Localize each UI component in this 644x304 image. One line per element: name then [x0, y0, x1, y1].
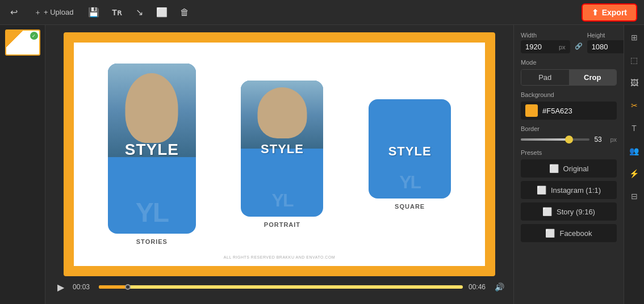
text-panel-icon[interactable]: T: [626, 120, 642, 136]
bg-label: Background: [521, 91, 617, 98]
right-panel-main: Width px 🔗 Height px Mode: [514, 25, 624, 304]
width-label: Width: [521, 32, 570, 39]
bg-row[interactable]: #F5A623: [521, 102, 617, 120]
thumbnail-1[interactable]: ✓: [5, 29, 40, 56]
play-button[interactable]: ▶: [55, 281, 67, 293]
slider-thumb[interactable]: [565, 136, 573, 143]
portrait-watermark: YL: [272, 190, 293, 211]
preset-original-button[interactable]: ⬜ Original: [521, 159, 617, 178]
portrait-caption: PORTRAIT: [264, 221, 300, 228]
right-panel-icons: ⊞ ⬚ 🖼 ✂ T 👥 ⚡ ⊟: [624, 25, 644, 304]
progress-fill: [99, 285, 128, 289]
width-input-wrap: px: [521, 40, 570, 53]
preset-facebook-button[interactable]: ⬜ Facebook: [521, 224, 617, 242]
border-slider-track[interactable]: [521, 138, 589, 141]
thumb-check: ✓: [30, 32, 38, 40]
crop-icon[interactable]: ⬜: [155, 6, 169, 19]
preset-instagram-button[interactable]: ⬜ Instagram (1:1): [521, 181, 617, 199]
square-watermark: YL: [399, 172, 420, 193]
link-icon[interactable]: 🔗: [575, 41, 583, 51]
portrait-card: STYLE YL: [241, 81, 323, 217]
stories-group: STYLE YL STORIES: [108, 64, 196, 245]
height-input[interactable]: [592, 43, 623, 51]
left-sidebar: ✓: [0, 25, 45, 304]
time-total: 00:46: [469, 283, 489, 291]
resize-icon[interactable]: ⬚: [626, 52, 642, 68]
layers-icon[interactable]: ⊟: [626, 188, 642, 204]
height-group: Height px: [587, 32, 624, 53]
preset-story-button[interactable]: ⬜ Story (9:16): [521, 202, 617, 221]
stories-caption: STORIES: [136, 238, 168, 245]
export-button[interactable]: ⬆ Export: [582, 3, 637, 22]
progress-track[interactable]: [99, 285, 463, 289]
presets-label: Presets: [521, 149, 617, 156]
copyright-text: ALL RIGHTS RESERVED BRAKKU AND ENVATO.CO…: [224, 255, 335, 259]
height-input-wrap: px: [587, 40, 624, 53]
slider-fill: [521, 138, 569, 141]
border-slider-row: 53 px: [521, 136, 617, 143]
border-value: 53: [594, 136, 605, 143]
upload-button[interactable]: ＋ + Upload: [30, 5, 78, 20]
undo-icon[interactable]: ↩: [7, 6, 20, 19]
bg-hex: #F5A623: [542, 107, 572, 115]
text-icon[interactable]: Tʀ: [110, 6, 123, 19]
portrait-photo: [241, 81, 323, 149]
canvas-content: STYLE YL STORIES: [74, 43, 485, 266]
original-icon: ⬜: [549, 164, 559, 173]
mode-crop-button[interactable]: Crop: [569, 70, 617, 85]
volume-icon[interactable]: 🔊: [495, 282, 504, 292]
dimensions-row: Width px 🔗 Height px: [521, 32, 617, 53]
width-input[interactable]: [525, 43, 557, 51]
width-group: Width px: [521, 32, 570, 53]
progress-thumb[interactable]: [125, 284, 131, 290]
plus-icon: ＋: [34, 7, 41, 18]
canvas-area: STYLE YL STORIES: [45, 25, 513, 304]
crop-panel-icon[interactable]: ✂: [626, 98, 642, 113]
mode-row: Pad Crop: [521, 69, 617, 86]
time-current: 00:03: [73, 283, 93, 291]
stories-card: STYLE YL: [108, 64, 196, 234]
height-label: Height: [587, 32, 624, 39]
main-area: ✓ STYLE YL: [0, 25, 644, 304]
arrow-icon[interactable]: ↘: [132, 6, 146, 19]
square-card: STYLE YL: [369, 99, 451, 199]
users-icon[interactable]: 👥: [626, 143, 642, 159]
save-icon[interactable]: 💾: [87, 6, 101, 19]
story-icon: ⬜: [542, 207, 552, 216]
bg-swatch[interactable]: [525, 104, 538, 117]
square-group: STYLE YL SQUARE: [369, 99, 451, 210]
stories-watermark: YL: [136, 197, 168, 228]
grid-icon[interactable]: ⊞: [626, 29, 642, 45]
stories-label: STYLE: [108, 141, 196, 159]
export-icon: ⬆: [592, 8, 599, 17]
canvas-frame: STYLE YL STORIES: [64, 32, 495, 276]
right-panel: Width px 🔗 Height px Mode: [513, 25, 644, 304]
toolbar: ↩ ＋ + Upload 💾 Tʀ ↘ ⬜ 🗑 ⬆ Export: [0, 0, 644, 25]
instagram-icon: ⬜: [537, 185, 546, 195]
sliders-icon[interactable]: ⚡: [626, 166, 642, 181]
canvas-wrapper: STYLE YL STORIES: [52, 32, 507, 277]
square-label: STYLE: [369, 144, 451, 159]
square-caption: SQUARE: [395, 203, 425, 210]
border-label: Border: [521, 125, 617, 132]
image-icon[interactable]: 🖼: [626, 75, 642, 91]
width-unit: px: [559, 44, 566, 50]
playback-bar: ▶ 00:03 00:46 🔊: [52, 277, 507, 297]
portrait-group: STYLE YL PORTRAIT: [241, 81, 323, 228]
mode-pad-button[interactable]: Pad: [521, 70, 569, 85]
portrait-label: STYLE: [241, 142, 323, 157]
mode-label: Mode: [521, 59, 617, 66]
delete-icon[interactable]: 🗑: [178, 6, 191, 19]
border-unit: px: [610, 136, 617, 143]
facebook-icon: ⬜: [545, 229, 555, 238]
